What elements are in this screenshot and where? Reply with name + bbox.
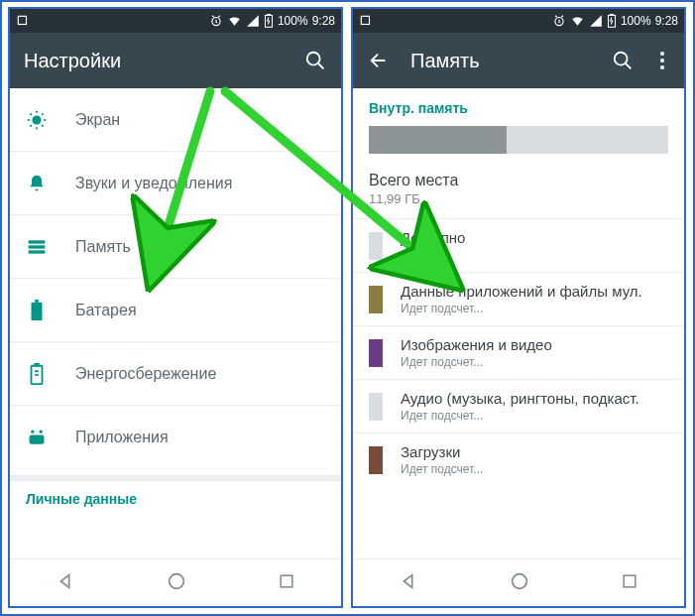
clock: 9:28 bbox=[312, 14, 335, 28]
swatch bbox=[369, 286, 383, 313]
screenshot-icon bbox=[16, 14, 30, 28]
svg-rect-12 bbox=[35, 363, 39, 366]
svg-point-5 bbox=[32, 115, 41, 124]
recents-square-icon bbox=[620, 571, 639, 591]
battery-charging-icon bbox=[607, 14, 617, 28]
svg-rect-15 bbox=[30, 435, 45, 444]
nav-bar bbox=[10, 558, 341, 606]
wifi-icon bbox=[570, 14, 585, 28]
apps-icon bbox=[26, 428, 48, 447]
settings-item-label: Батарея bbox=[75, 302, 137, 319]
svg-point-13 bbox=[31, 431, 34, 433]
svg-rect-6 bbox=[29, 240, 46, 243]
storage-cat-images[interactable]: Изображения и видео Идет подсчет... bbox=[353, 326, 684, 380]
recents-square-icon bbox=[277, 571, 296, 591]
svg-rect-3 bbox=[268, 14, 271, 15]
settings-item-battery[interactable]: Батарея bbox=[10, 279, 341, 342]
screenshot-icon bbox=[359, 14, 373, 28]
signal-icon bbox=[589, 14, 603, 28]
settings-item-label: Память bbox=[75, 238, 131, 256]
storage-cat-label: Аудио (музыка, рингтоны, подкаст. bbox=[401, 390, 639, 407]
section-personal: Личные данные bbox=[10, 481, 341, 517]
brightness-icon bbox=[26, 109, 48, 131]
svg-rect-27 bbox=[624, 575, 636, 587]
home-circle-icon bbox=[166, 570, 187, 592]
wifi-icon bbox=[227, 14, 242, 28]
svg-point-4 bbox=[307, 53, 320, 65]
settings-item-sound[interactable]: Звуки и уведомления bbox=[10, 152, 341, 215]
nav-recents[interactable] bbox=[277, 571, 296, 595]
svg-rect-7 bbox=[29, 245, 46, 248]
svg-point-24 bbox=[660, 59, 664, 62]
search-button[interactable] bbox=[611, 49, 635, 72]
settings-item-power-saving[interactable]: Энергосбережение bbox=[10, 342, 341, 406]
settings-item-apps[interactable]: Приложения bbox=[10, 406, 341, 469]
storage-section-internal: Внутр. память bbox=[353, 88, 684, 124]
search-icon bbox=[612, 50, 634, 71]
back-triangle-icon bbox=[55, 570, 76, 592]
storage-cat-downloads[interactable]: Загрузки Идет подсчет... bbox=[353, 433, 684, 486]
back-triangle-icon bbox=[398, 570, 419, 592]
status-bar: 100% 9:28 bbox=[10, 9, 341, 33]
svg-point-25 bbox=[660, 65, 664, 69]
svg-rect-0 bbox=[18, 16, 26, 24]
more-vert-icon bbox=[660, 52, 664, 69]
home-circle-icon bbox=[509, 570, 530, 592]
svg-point-23 bbox=[660, 52, 664, 56]
storage-cat-label: Доступно bbox=[401, 229, 465, 246]
phone-storage: 100% 9:28 Память Внутр. память Всего мес… bbox=[351, 7, 686, 608]
storage-cat-label: Данные приложений и файлы мул. bbox=[401, 283, 642, 300]
svg-point-26 bbox=[513, 573, 527, 588]
search-button[interactable] bbox=[303, 49, 327, 72]
swatch bbox=[369, 232, 383, 260]
svg-rect-10 bbox=[35, 300, 39, 303]
nav-bar bbox=[353, 558, 684, 606]
nav-home[interactable] bbox=[509, 570, 530, 596]
storage-cat-sub: 6,63 ГБ bbox=[401, 248, 465, 262]
overflow-button[interactable] bbox=[654, 49, 670, 72]
nav-home[interactable] bbox=[166, 570, 187, 596]
signal-icon bbox=[246, 14, 260, 28]
nav-back[interactable] bbox=[55, 570, 76, 596]
storage-cat-sub: Идет подсчет... bbox=[401, 302, 642, 315]
svg-point-16 bbox=[170, 573, 184, 588]
svg-point-14 bbox=[40, 431, 43, 433]
storage-cat-available[interactable]: Доступно 6,63 ГБ bbox=[353, 219, 684, 273]
settings-item-display[interactable]: Экран bbox=[10, 88, 341, 152]
svg-rect-21 bbox=[611, 14, 614, 15]
storage-cat-sub: Идет подсчет... bbox=[401, 409, 639, 423]
settings-item-label: Экран bbox=[75, 111, 120, 129]
storage-cat-apps[interactable]: Данные приложений и файлы мул. Идет подс… bbox=[353, 273, 684, 326]
settings-item-label: Приложения bbox=[75, 429, 169, 446]
page-title: Память bbox=[410, 50, 591, 72]
alarm-icon bbox=[552, 14, 566, 28]
clock: 9:28 bbox=[655, 14, 678, 28]
storage-cat-sub: Идет подсчет... bbox=[401, 355, 552, 369]
storage-cat-sub: Идет подсчет... bbox=[401, 462, 483, 476]
swatch bbox=[369, 393, 383, 421]
nav-recents[interactable] bbox=[620, 571, 639, 595]
phone-settings: 100% 9:28 Настройки Экран З bbox=[8, 7, 343, 608]
settings-item-storage[interactable]: Память bbox=[10, 215, 341, 279]
arrow-back-icon bbox=[368, 50, 390, 71]
storage-usage-bar bbox=[369, 126, 668, 154]
appbar: Память bbox=[353, 33, 684, 88]
settings-list: Экран Звуки и уведомления Память Батарея bbox=[10, 88, 341, 517]
back-button[interactable] bbox=[367, 49, 391, 72]
bell-icon bbox=[26, 173, 48, 194]
storage-cat-audio[interactable]: Аудио (музыка, рингтоны, подкаст. Идет п… bbox=[353, 380, 684, 433]
search-icon bbox=[304, 50, 326, 71]
svg-point-22 bbox=[615, 53, 628, 65]
swatch bbox=[369, 339, 383, 367]
battery-charging-icon bbox=[264, 14, 274, 28]
svg-rect-9 bbox=[32, 302, 43, 319]
battery-icon bbox=[26, 300, 48, 321]
storage-usage-bar-used bbox=[369, 126, 507, 154]
svg-rect-18 bbox=[361, 16, 369, 24]
appbar: Настройки bbox=[10, 33, 341, 88]
settings-item-label: Звуки и уведомления bbox=[75, 175, 232, 192]
alarm-icon bbox=[209, 14, 223, 28]
storage-total: Всего места 11,99 ГБ bbox=[353, 172, 684, 219]
nav-back[interactable] bbox=[398, 570, 419, 596]
storage-total-value: 11,99 ГБ bbox=[369, 191, 668, 206]
